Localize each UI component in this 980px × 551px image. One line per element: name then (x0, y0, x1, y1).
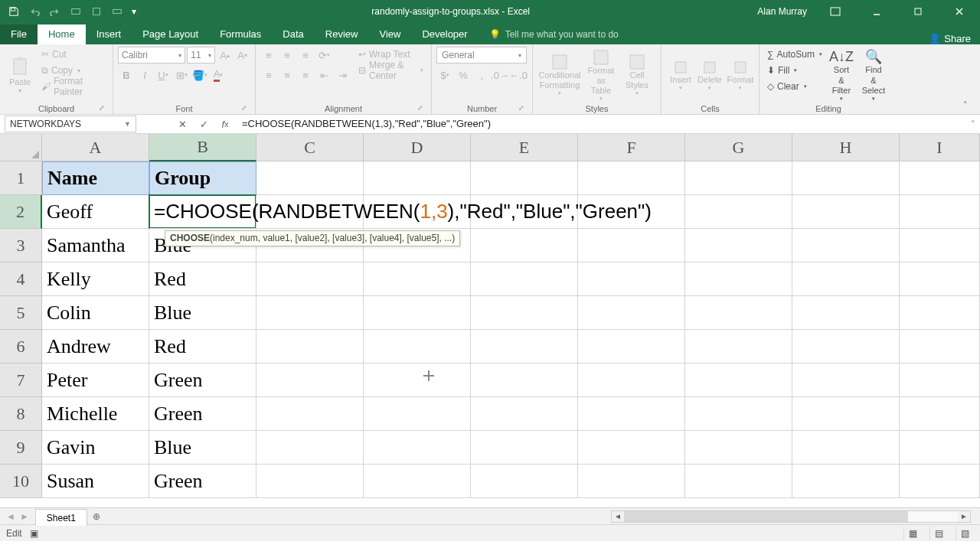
align-center-icon[interactable]: ≡ (279, 67, 296, 83)
cell-i3[interactable] (900, 229, 980, 262)
cell-g4[interactable] (685, 262, 792, 296)
number-dialog-launcher[interactable]: ⤢ (517, 104, 526, 113)
cell-g9[interactable] (685, 431, 792, 465)
view-page-break-icon[interactable]: ▧ (956, 527, 974, 540)
col-header-b[interactable]: B (149, 134, 256, 161)
cell-e3[interactable] (471, 229, 578, 262)
clipboard-dialog-launcher[interactable]: ⤢ (97, 104, 106, 113)
redo-icon[interactable] (46, 3, 64, 20)
bold-icon[interactable]: B (118, 67, 135, 83)
cell-h4[interactable] (792, 262, 900, 296)
cell-d4[interactable] (364, 262, 471, 296)
font-size-combo[interactable]: 11▾ (187, 47, 215, 64)
sheet-nav[interactable]: ◄► (0, 511, 35, 522)
customize-qat-icon[interactable]: ▾ (129, 3, 139, 20)
col-header-g[interactable]: G (685, 134, 792, 161)
cell-i2[interactable] (900, 195, 980, 229)
cell-a6[interactable]: Andrew (42, 330, 149, 364)
comma-format-icon[interactable]: , (473, 67, 490, 83)
formula-tooltip[interactable]: CHOOSE(index_num, value1, [value2], [val… (165, 230, 460, 246)
align-middle-icon[interactable]: ≡ (279, 47, 296, 64)
format-painter-button[interactable]: 🖌Format Painter (38, 79, 108, 94)
row-header-7[interactable]: 7 (0, 364, 42, 397)
cell-c9[interactable] (256, 431, 364, 465)
hscroll-track[interactable] (624, 511, 958, 522)
cell-g6[interactable] (685, 330, 792, 364)
cell-c8[interactable] (256, 397, 364, 431)
border-icon[interactable]: ⊞▾ (173, 67, 190, 83)
close-icon[interactable] (942, 0, 977, 23)
enter-formula-icon[interactable]: ✓ (193, 116, 214, 132)
sheet-next-icon[interactable]: ► (20, 511, 29, 522)
row-header-1[interactable]: 1 (0, 161, 42, 195)
save-icon[interactable] (5, 3, 23, 20)
cut-button[interactable]: ✂Cut (38, 47, 108, 62)
row-header-8[interactable]: 8 (0, 397, 42, 431)
cell-b9[interactable]: Blue (149, 431, 256, 465)
undo-icon[interactable] (25, 3, 44, 20)
row-header-10[interactable]: 10 (0, 465, 42, 498)
cell-a8[interactable]: Michelle (42, 397, 149, 431)
tab-insert[interactable]: Insert (86, 24, 132, 44)
insert-function-icon[interactable]: fx (214, 116, 236, 132)
underline-icon[interactable]: U▾ (155, 67, 172, 83)
hscroll-thumb[interactable] (624, 511, 908, 522)
cell-h1[interactable] (792, 161, 900, 195)
cell-e10[interactable] (471, 465, 578, 498)
row-header-4[interactable]: 4 (0, 262, 42, 296)
share-button[interactable]: 👤 Share (920, 33, 980, 44)
cell-g1[interactable] (685, 161, 792, 195)
cell-d9[interactable] (364, 431, 471, 465)
autosum-button[interactable]: ∑AutoSum▾ (764, 47, 825, 62)
font-name-combo[interactable]: Calibri▾ (118, 47, 185, 64)
clear-button[interactable]: ◇Clear▾ (764, 79, 825, 94)
view-page-layout-icon[interactable]: ▤ (929, 527, 948, 540)
sheet-prev-icon[interactable]: ◄ (6, 511, 15, 522)
qat-icon-6[interactable] (108, 3, 126, 20)
cell-b4[interactable]: Red (149, 262, 256, 296)
cell-g10[interactable] (685, 465, 792, 498)
cell-b10[interactable]: Green (149, 465, 256, 498)
hscroll-left-icon[interactable]: ◄ (612, 512, 624, 520)
delete-cells-button[interactable]: Delete▾ (695, 47, 724, 104)
tell-me-search[interactable]: 💡 Tell me what you want to do (479, 24, 629, 44)
cell-i10[interactable] (900, 465, 980, 498)
row-header-2[interactable]: 2 (0, 195, 42, 229)
minimize-icon[interactable] (859, 0, 894, 23)
cell-i8[interactable] (900, 397, 980, 431)
tab-review[interactable]: Review (315, 24, 369, 44)
spreadsheet-grid[interactable]: A B C D E F G H I 1 2 3 4 5 6 7 8 9 10 N… (0, 134, 980, 507)
cell-f6[interactable] (578, 330, 685, 364)
cell-b5[interactable]: Blue (149, 296, 256, 330)
cell-i9[interactable] (900, 431, 980, 465)
row-header-9[interactable]: 9 (0, 431, 42, 465)
alignment-dialog-launcher[interactable]: ⤢ (416, 104, 425, 113)
cell-a1[interactable]: Name (42, 161, 149, 195)
cell-f5[interactable] (578, 296, 685, 330)
cell-f10[interactable] (578, 465, 685, 498)
col-header-i[interactable]: I (900, 134, 980, 161)
tab-home[interactable]: Home (38, 24, 86, 44)
cell-a10[interactable]: Susan (42, 465, 149, 498)
qat-icon-4[interactable] (67, 3, 85, 20)
tab-page-layout[interactable]: Page Layout (132, 24, 209, 44)
sheet-tab-1[interactable]: Sheet1 (35, 509, 87, 526)
cell-e5[interactable] (471, 296, 578, 330)
increase-font-icon[interactable]: A▴ (217, 47, 233, 64)
cell-g5[interactable] (685, 296, 792, 330)
cell-h8[interactable] (792, 397, 900, 431)
cell-i1[interactable] (900, 161, 980, 195)
align-left-icon[interactable]: ≡ (260, 67, 277, 83)
cell-d6[interactable] (364, 330, 471, 364)
increase-indent-icon[interactable]: ⇥ (334, 67, 351, 83)
cell-a4[interactable]: Kelly (42, 262, 149, 296)
cell-h10[interactable] (792, 465, 900, 498)
cell-h7[interactable] (792, 364, 900, 397)
cell-h3[interactable] (792, 229, 900, 262)
name-box[interactable]: NETWORKDAYS▼ (5, 116, 136, 132)
cell-e4[interactable] (471, 262, 578, 296)
number-format-combo[interactable]: General▾ (436, 47, 527, 64)
col-header-d[interactable]: D (364, 134, 471, 161)
select-all-button[interactable] (0, 134, 42, 161)
tab-file[interactable]: File (0, 24, 38, 44)
